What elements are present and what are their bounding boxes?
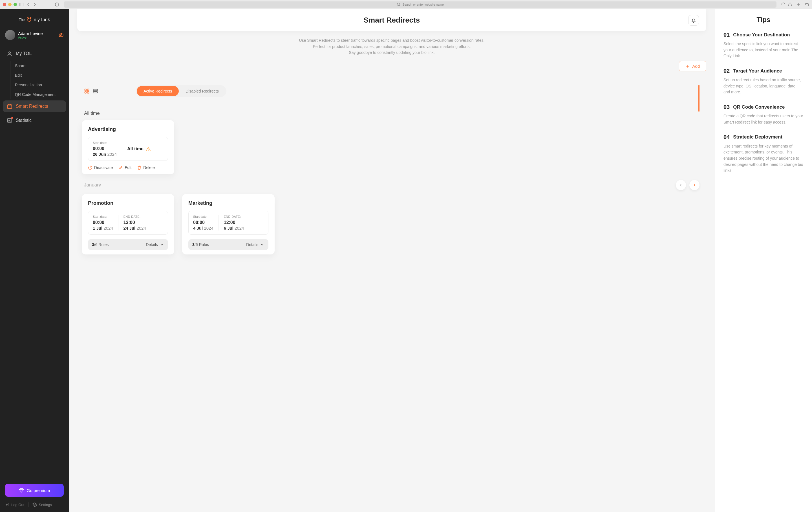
- details-button[interactable]: Details: [146, 242, 164, 247]
- link-label: Settings: [39, 503, 52, 507]
- sidebar-toggle-icon[interactable]: [19, 2, 24, 7]
- svg-point-3: [397, 3, 400, 5]
- notifications-button[interactable]: [688, 15, 699, 26]
- chevron-left-icon: [679, 183, 683, 187]
- browser-chrome: Search or enter website name: [0, 0, 812, 9]
- intro-line: Perfect for product launches, sales, pro…: [77, 44, 706, 50]
- svg-rect-30: [87, 89, 89, 90]
- bell-icon: [691, 18, 696, 23]
- reload-icon[interactable]: [781, 2, 785, 7]
- logo: The nly Link: [0, 17, 69, 23]
- grid-view-icon[interactable]: [84, 88, 90, 94]
- plus-icon: [686, 64, 690, 68]
- button-label: Add: [692, 64, 700, 68]
- address-bar[interactable]: Search or enter website name: [64, 1, 777, 8]
- intro-line: Use Smart Redirects to steer traffic tow…: [77, 37, 706, 44]
- tips-title: Tips: [723, 16, 804, 24]
- svg-rect-32: [87, 91, 89, 93]
- start-label: Start date:: [93, 215, 113, 218]
- nav-forward-icon[interactable]: [33, 2, 37, 7]
- nav-back-icon[interactable]: [26, 2, 30, 7]
- prev-month-button[interactable]: [676, 180, 686, 190]
- camera-icon[interactable]: [59, 32, 64, 37]
- card-title: Marketing: [188, 200, 268, 206]
- calendar-icon: [7, 104, 12, 109]
- diamond-icon: [19, 488, 24, 493]
- share-icon[interactable]: [788, 2, 792, 7]
- intro-text: Use Smart Redirects to steer traffic tow…: [77, 37, 706, 56]
- tip-body: Use smart redirects for key moments of e…: [723, 143, 804, 174]
- tip-body: Select the specific link you want to red…: [723, 41, 804, 59]
- tab-segment: Active Redirects Disabled Redirects: [136, 85, 226, 97]
- button-label: Go premium: [27, 488, 50, 493]
- tip-body: Create a QR code that redirects users to…: [723, 113, 804, 125]
- tip-heading: Choose Your Destination: [733, 32, 790, 38]
- logo-text: nly Link: [34, 17, 50, 23]
- end-date: 6 Jul 2024: [224, 226, 244, 230]
- tab-active-redirects[interactable]: Active Redirects: [137, 86, 179, 96]
- svg-rect-14: [59, 34, 63, 37]
- minimize-window-icon[interactable]: [8, 3, 11, 6]
- logout-link[interactable]: Log Out: [5, 503, 24, 507]
- deactivate-button[interactable]: Deactivate: [88, 165, 113, 170]
- list-view-icon[interactable]: [92, 88, 98, 94]
- sidebar: The nly Link Adam Levine Active My TOL S…: [0, 9, 69, 512]
- delete-button[interactable]: Delete: [137, 165, 154, 170]
- tip-number: 03: [723, 104, 730, 110]
- profile-status: Active: [18, 36, 43, 39]
- tabs-icon[interactable]: [805, 2, 809, 7]
- traffic-lights: [3, 3, 17, 6]
- chevron-down-icon: [260, 242, 264, 247]
- tip-heading: Target Your Audience: [733, 68, 782, 74]
- date-box: Start date: 00:00 26 Jun 2024 All time: [88, 137, 168, 161]
- logo-text-pre: The: [19, 18, 25, 22]
- svg-rect-0: [20, 3, 23, 6]
- chevron-down-icon: [160, 242, 164, 247]
- divider: [122, 141, 122, 157]
- sidebar-item-mytol[interactable]: My TOL: [3, 48, 66, 59]
- user-icon: [7, 51, 12, 56]
- end-date: 24 Jul 2024: [123, 226, 146, 230]
- link-label: Log Out: [11, 503, 24, 507]
- address-placeholder: Search or enter website name: [402, 3, 444, 6]
- close-window-icon[interactable]: [3, 3, 6, 6]
- tab-disabled-redirects[interactable]: Disabled Redirects: [179, 86, 226, 96]
- start-date: 26 Jun 2024: [93, 152, 117, 157]
- svg-rect-34: [93, 91, 97, 93]
- go-premium-button[interactable]: Go premium: [5, 484, 64, 497]
- sidebar-item-smart-redirects[interactable]: Smart Redirects: [3, 101, 66, 112]
- scroll-indicator[interactable]: [698, 85, 699, 112]
- edit-button[interactable]: Edit: [118, 165, 132, 170]
- profile-block[interactable]: Adam Levine Active: [0, 30, 69, 40]
- action-label: Deactivate: [94, 165, 113, 170]
- gear-icon: [32, 503, 37, 507]
- action-label: Delete: [143, 165, 154, 170]
- section-title-january: January: [84, 182, 101, 188]
- maximize-window-icon[interactable]: [13, 3, 17, 6]
- details-button[interactable]: Details: [246, 242, 264, 247]
- svg-line-4: [400, 5, 400, 6]
- svg-rect-17: [8, 105, 12, 108]
- svg-point-11: [30, 18, 31, 18]
- shield-icon[interactable]: [55, 2, 59, 7]
- rules-count: 3/6 Rules: [192, 242, 209, 247]
- tip-item: 03QR Code Convenience Create a QR code t…: [723, 104, 804, 125]
- sidebar-item-qr[interactable]: QR Code Management: [10, 90, 66, 99]
- tip-body: Set up redirect rules based on traffic s…: [723, 77, 804, 95]
- sidebar-item-share[interactable]: Share: [10, 61, 66, 70]
- tips-panel: Tips 01Choose Your Destination Select th…: [715, 9, 812, 512]
- end-label: END DATE:: [123, 215, 146, 218]
- add-button[interactable]: Add: [679, 61, 706, 72]
- svg-rect-31: [85, 91, 87, 93]
- sidebar-item-label: My TOL: [16, 51, 32, 56]
- section-title-alltime: All time: [84, 111, 699, 116]
- svg-point-16: [9, 52, 11, 54]
- redirect-card-advertising: Advertising Start date: 00:00 26 Jun 202…: [82, 120, 174, 174]
- next-month-button[interactable]: [689, 180, 699, 190]
- sidebar-item-personalization[interactable]: Personalization: [10, 80, 66, 90]
- end-time: 12:00: [123, 220, 146, 225]
- settings-link[interactable]: Settings: [32, 503, 52, 507]
- new-tab-icon[interactable]: [796, 2, 801, 7]
- sidebar-item-edit[interactable]: Edit: [10, 70, 66, 80]
- sidebar-item-statistic[interactable]: Statistic: [3, 115, 66, 126]
